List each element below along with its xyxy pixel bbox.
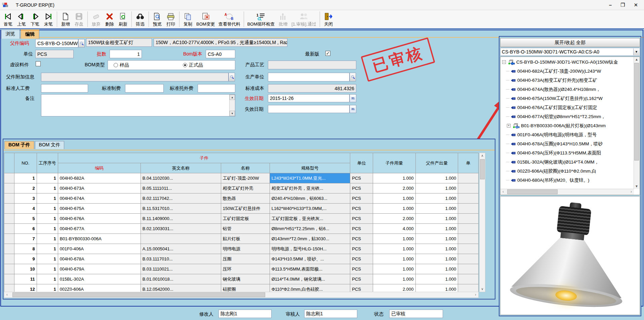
restore-button[interactable]: ❐ [620, 2, 625, 8]
cell-parent-qty[interactable]: 1.000 [415, 244, 458, 254]
cell-en-name[interactable]: B.12.0542000... [140, 284, 221, 292]
menu-app[interactable]: T-GROUP ERP(E) [11, 2, 59, 8]
exp-date-field[interactable] [268, 105, 350, 113]
cell-spec[interactable]: Ø143mm*T2.0mm，贴3030... [270, 234, 350, 244]
bom-version-field[interactable]: CS-A0 [206, 50, 235, 58]
tree-item[interactable]: ┄┄004H0-675A(150W工矿灯悬挂件)(L162*W [501, 94, 633, 103]
tree-item[interactable]: ┄┄015BL-302A(钢化玻璃)(Ø114*T4.0MM， [501, 157, 633, 167]
cell-unit[interactable]: PCS [350, 244, 373, 254]
cell-spec[interactable]: Ø114*T4.0MM，钢化玻璃... [270, 274, 350, 284]
cell-unit[interactable]: PCS [350, 193, 373, 204]
bom-version-combo[interactable]: CS-BYB-O-150MW-30D71-WCTKG-A0:CS-A0 ▼ [500, 48, 640, 56]
首笔-button[interactable]: 首笔 [1, 10, 15, 28]
eff-date-field[interactable]: 2015-11-26 [268, 94, 350, 102]
cell-seq[interactable]: 1 [37, 173, 58, 183]
cell-parent-qty[interactable]: 1.000 [415, 224, 458, 234]
cell-extra[interactable] [458, 193, 479, 204]
combo-dropdown-icon[interactable]: ▼ [633, 48, 639, 55]
cell-qty[interactable]: 1.000 [373, 204, 416, 214]
table-hscroll-thumb[interactable] [12, 292, 265, 297]
cell-spec[interactable]: L243*W243*T1.0MM.亚光... [270, 173, 350, 183]
cell-spec[interactable]: Ø240.4*H108mm，铝6063... [270, 193, 350, 204]
cell-spec[interactable]: 相变工矿灯外壳，亚光铁... [270, 183, 350, 193]
cell-qty[interactable]: 1.000 [373, 234, 416, 244]
cell-name[interactable]: 压圈 [221, 254, 270, 264]
col-extra-header[interactable]: 单 [458, 153, 479, 173]
cell-extra[interactable] [458, 254, 479, 264]
cell-extra[interactable] [458, 274, 479, 284]
cell-seq[interactable]: 1 [37, 224, 58, 234]
parent-code-lookup-icon[interactable] [78, 39, 85, 47]
col-spec-header[interactable]: 规格型号 [270, 163, 350, 173]
table-scroll-up-icon[interactable]: ∧ [480, 153, 485, 158]
cell-extra[interactable] [458, 204, 479, 214]
tree-hscroll-thumb[interactable] [507, 189, 558, 194]
table-row[interactable]: 121002Z0-606AB.12.0542000...硅胶圈Φ110*Φ2.0… [4, 284, 479, 292]
cell-no[interactable]: 11 [14, 274, 37, 284]
复制-button[interactable]: 复制 [181, 10, 195, 28]
cell-code[interactable]: 004H0-674A [58, 193, 140, 204]
cell-no[interactable]: 4 [14, 204, 37, 214]
tree-item[interactable]: ┄┄004H0-677A(铝管)(Ø8mm*H51*T2.25mm， [501, 112, 633, 121]
新增-button[interactable]: 新增 [59, 10, 72, 28]
tree-item[interactable]: ┄┄004H0-676A(工矿灯固定板)(工矿灯固定 [501, 103, 633, 112]
cell-parent-qty[interactable]: 1.000 [415, 254, 458, 264]
cell-parent-qty[interactable]: 1.000 [415, 264, 458, 274]
cell-en-name[interactable]: B.04.1102030... [140, 173, 221, 183]
table-row[interactable]: 101004H0-679AB.03.1110021...压环Φ113.5*H5M… [4, 264, 479, 274]
cell-name[interactable]: 钢化玻璃 [221, 274, 270, 284]
预览-button[interactable]: 预览 [151, 10, 164, 28]
cell-extra[interactable] [458, 284, 479, 292]
parent-code-field[interactable]: CS-BYB-O-150MW-3 [35, 39, 78, 47]
cell-en-name[interactable]: A.15.0005041... [140, 244, 221, 254]
col-qty-header[interactable]: 子件用量 [373, 153, 416, 173]
col-no-header[interactable]: NO. [14, 153, 37, 173]
tree-item[interactable]: ┄┄001F0-406A(明纬电源)(明纬电源，型号 [501, 130, 633, 139]
刷新-button[interactable]: 刷新 [116, 10, 130, 28]
cell-selector[interactable] [4, 264, 14, 274]
tree-scroll-right-icon[interactable]: › [629, 189, 634, 194]
tree-item[interactable]: −CS-BYB-O-150MW-30D71-WCTKG-A0(150W钛金 [501, 58, 633, 67]
table-row[interactable]: 61004H0-677AB.02.1003031...铝管Ø8mm*H51*T2… [4, 224, 479, 234]
table-scroll-right-icon[interactable]: › [473, 292, 478, 297]
table-row[interactable]: 81001F0-406AA.15.0005041...明纬电源明纬电源，型号HL… [4, 244, 479, 254]
cell-selector[interactable] [4, 224, 14, 234]
memo-scrollbar[interactable]: ▲ ▼ [229, 95, 235, 116]
col-unit-header[interactable]: 单位 [350, 153, 373, 173]
cell-code[interactable]: 004H0-677A [58, 224, 140, 234]
cell-name[interactable]: 铝管 [221, 224, 270, 234]
cell-no[interactable]: 12 [14, 284, 37, 292]
table-vscroll-thumb[interactable] [480, 159, 485, 179]
末笔-button[interactable]: 末笔 [42, 10, 55, 28]
cell-seq[interactable]: 1 [37, 244, 58, 254]
collapse-node-icon[interactable]: − [502, 60, 506, 64]
table-hscrollbar[interactable]: ‹ › [4, 292, 479, 298]
cell-seq[interactable]: 1 [37, 204, 58, 214]
tab-edit[interactable]: 编辑 [21, 30, 39, 39]
std-mfg-field[interactable] [125, 84, 164, 93]
cell-parent-qty[interactable]: 1.000 [415, 173, 458, 183]
cell-en-name[interactable]: B.05.1111011... [140, 183, 221, 193]
tab-browse[interactable]: 浏览 [1, 30, 20, 39]
cell-code[interactable]: B01-BYB00330-006A [58, 234, 140, 244]
cell-no[interactable]: 3 [14, 193, 37, 204]
cell-spec[interactable]: Φ143*H10.5MM，喷砂、... [270, 254, 350, 264]
col-code-header[interactable]: 编码 [58, 163, 140, 173]
查看替代料-button[interactable]: AB查看替代料 [217, 10, 242, 28]
cell-qty[interactable]: 1.000 [373, 244, 416, 254]
cell-name[interactable]: 硅胶圈 [221, 284, 270, 292]
table-row[interactable]: 51004H0-676AB.11.1409000...工矿灯固定板工矿灯固定板，… [4, 214, 479, 224]
cell-no[interactable]: 9 [14, 254, 37, 264]
cell-name[interactable]: 相变工矿灯外壳 [221, 183, 270, 193]
tree-item[interactable]: ┄┄004H0-673A(相变工矿灯外壳)(相变工矿 [501, 76, 633, 85]
scroll-up-icon[interactable]: ▲ [230, 95, 235, 100]
tree-item[interactable]: ┄┄004H0-682A(工矿灯-顶盖-200W)(L243*W [501, 67, 633, 76]
table-row[interactable]: 31004H0-674AB.02.1117042...散热器Ø240.4*H10… [4, 193, 479, 204]
std-out-field[interactable] [198, 84, 235, 93]
table-row[interactable]: 91004H0-678AB.03.1117010...压圈Φ143*H10.5M… [4, 254, 479, 264]
cell-selector[interactable] [4, 274, 14, 284]
cell-en-name[interactable]: B.03.1117010... [140, 254, 221, 264]
cell-en-name[interactable]: B.01.0010018... [140, 274, 221, 284]
cell-unit[interactable]: PCS [350, 204, 373, 214]
cell-no[interactable]: 2 [14, 183, 37, 193]
